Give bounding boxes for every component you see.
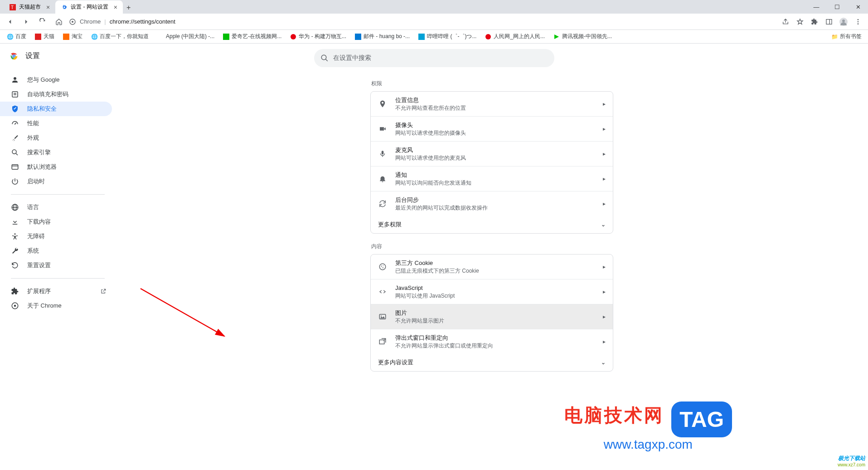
bookmark-item[interactable]: 邮件 - huang bo -... xyxy=(352,32,412,41)
share-icon[interactable] xyxy=(779,15,792,28)
sync-icon xyxy=(378,200,387,208)
sidebar-item-label: 关于 Chrome xyxy=(27,302,62,310)
setting-row-cookies[interactable]: 第三方 Cookie已阻止无痕模式下的第三方 Cookie▸ xyxy=(371,255,613,279)
svg-point-37 xyxy=(14,305,16,307)
sidebar-item-extensions[interactable]: 扩展程序 xyxy=(0,284,112,299)
svg-rect-12 xyxy=(63,34,69,40)
chrome-icon xyxy=(69,18,76,25)
image-icon xyxy=(378,313,387,321)
svg-rect-15 xyxy=(355,34,361,40)
reload-button[interactable] xyxy=(36,15,49,28)
bookmark-item[interactable]: 爱奇艺-在线视频网... xyxy=(220,32,284,41)
bookmark-item[interactable]: 腾讯视频-中国领先... xyxy=(550,32,615,41)
maximize-button[interactable]: ☐ xyxy=(827,0,847,14)
a11y-icon xyxy=(11,232,19,240)
close-icon[interactable]: × xyxy=(114,4,117,11)
tmall-icon: T xyxy=(9,4,16,11)
row-description: 网站可以询问能否向您发送通知 xyxy=(395,179,603,186)
svg-point-9 xyxy=(858,21,859,22)
row-title: 弹出式窗口和重定向 xyxy=(395,334,603,342)
bookmark-item[interactable]: 淘宝 xyxy=(60,32,85,41)
setting-row-notifications[interactable]: 通知网站可以询问能否向您发送通知▸ xyxy=(371,166,613,191)
sidebar-item-default-browser[interactable]: 默认浏览器 xyxy=(0,160,112,174)
sidebar-divider xyxy=(11,194,105,195)
omnibox[interactable]: Chrome | chrome://settings/content xyxy=(69,18,175,25)
sidebar-item-autofill[interactable]: 自动填充和密码 xyxy=(0,87,112,102)
sidebar-item-downloads[interactable]: 下载内容 xyxy=(0,215,112,229)
row-title: 图片 xyxy=(395,309,603,317)
side-panel-icon[interactable] xyxy=(823,15,835,28)
forward-button[interactable] xyxy=(20,15,33,28)
setting-row-popups[interactable]: 弹出式窗口和重定向不允许网站显示弹出式窗口或使用重定向▸ xyxy=(371,329,613,354)
bookmark-item[interactable]: 🌐百度一下，你就知道 xyxy=(88,32,151,41)
sidebar-item-about[interactable]: 关于 Chrome xyxy=(0,299,112,313)
home-button[interactable] xyxy=(53,15,65,28)
speed-icon xyxy=(11,119,19,127)
setting-row-bg-sync[interactable]: 后台同步最近关闭的网站可以完成数据收发操作▸ xyxy=(371,191,613,216)
setting-row-camera[interactable]: 摄像头网站可以请求使用您的摄像头▸ xyxy=(371,117,613,142)
page-title: 设置 xyxy=(25,51,40,61)
minimize-button[interactable]: — xyxy=(806,0,826,14)
tab-settings[interactable]: 设置 - 网站设置 × xyxy=(55,0,123,14)
bookmark-star-icon[interactable] xyxy=(794,15,806,28)
search-icon xyxy=(11,148,19,157)
new-tab-button[interactable]: + xyxy=(123,2,134,14)
chrome-icon xyxy=(11,302,19,310)
close-button[interactable]: ✕ xyxy=(848,0,868,14)
sidebar-item-label: 无障碍 xyxy=(27,232,45,240)
svg-line-23 xyxy=(325,59,328,61)
svg-rect-4 xyxy=(826,19,832,24)
more-content-row[interactable]: 更多内容设置 ⌄ xyxy=(371,354,613,371)
setting-row-mic[interactable]: 麦克风网站可以请求使用您的麦克风▸ xyxy=(371,142,613,166)
sidebar-item-performance[interactable]: 性能 xyxy=(0,116,112,131)
all-bookmarks-button[interactable]: 📁所有书签 xyxy=(828,32,864,41)
sidebar-item-privacy[interactable]: 隐私和安全 xyxy=(0,102,112,116)
setting-row-location[interactable]: 位置信息不允许网站查看您所在的位置▸ xyxy=(371,92,613,117)
pin-icon xyxy=(378,100,387,108)
bookmark-item[interactable]: 天猫 xyxy=(32,32,57,41)
sidebar-item-on-startup[interactable]: 启动时 xyxy=(0,174,112,189)
sidebar-item-language[interactable]: 语言 xyxy=(0,200,112,215)
sidebar-item-label: 默认浏览器 xyxy=(27,163,57,171)
row-title: 通知 xyxy=(395,171,603,179)
sidebar-item-system[interactable]: 系统 xyxy=(0,244,112,258)
sidebar-item-search-engine[interactable]: 搜索引擎 xyxy=(0,145,112,160)
puzzle-icon xyxy=(11,287,19,295)
globe-icon xyxy=(11,203,19,211)
bookmark-item[interactable]: 华为 - 构建万物互... xyxy=(287,32,349,41)
bookmark-item[interactable]: 🌐百度 xyxy=(4,32,29,41)
tab-strip: T 天猫超市 × 设置 - 网站设置 × + xyxy=(0,0,134,14)
sidebar-item-reset[interactable]: 重置设置 xyxy=(0,258,112,273)
svg-text:T: T xyxy=(11,5,14,10)
more-permissions-row[interactable]: 更多权限 ⌄ xyxy=(371,216,613,233)
sidebar-item-you-google[interactable]: 您与 Google xyxy=(0,73,112,87)
window-titlebar: T 天猫超市 × 设置 - 网站设置 × + — ☐ ✕ xyxy=(0,0,868,14)
setting-row-images[interactable]: 图片不允许网站显示图片▸ xyxy=(371,304,613,329)
svg-point-35 xyxy=(15,233,16,235)
sidebar-item-accessibility[interactable]: 无障碍 xyxy=(0,229,112,244)
settings-search[interactable]: 在设置中搜索 xyxy=(314,49,554,67)
close-icon[interactable]: × xyxy=(46,4,50,11)
bookmark-item[interactable]: Apple (中国大陆) -... xyxy=(154,32,217,41)
svg-point-44 xyxy=(381,315,382,316)
chevron-right-icon: ▸ xyxy=(603,313,606,320)
settings-sidebar: 您与 Google自动填充和密码隐私和安全性能外观搜索引擎默认浏览器启动时 语言… xyxy=(0,44,116,470)
extensions-icon[interactable] xyxy=(808,15,821,28)
settings-main[interactable]: 权限 位置信息不允许网站查看您所在的位置▸摄像头网站可以请求使用您的摄像头▸麦克… xyxy=(116,44,868,470)
bookmark-item[interactable]: 人民网_网上的人民... xyxy=(482,32,548,41)
bilibili-icon xyxy=(418,33,425,40)
sidebar-item-label: 性能 xyxy=(27,119,39,127)
menu-icon[interactable] xyxy=(852,15,864,28)
tab-tmall[interactable]: T 天猫超市 × xyxy=(4,0,55,14)
setting-row-javascript[interactable]: JavaScript网站可以使用 JavaScript▸ xyxy=(371,279,613,304)
url-path: chrome://settings/content xyxy=(110,18,175,25)
sidebar-item-appearance[interactable]: 外观 xyxy=(0,131,112,145)
profile-avatar[interactable] xyxy=(837,15,850,28)
tmall-icon xyxy=(34,33,42,40)
back-button[interactable] xyxy=(4,15,16,28)
sidebar-item-label: 自动填充和密码 xyxy=(27,90,68,98)
svg-point-10 xyxy=(858,23,859,24)
row-description: 网站可以请求使用您的摄像头 xyxy=(395,129,603,137)
bookmark-item[interactable]: 哔哩哔哩 (゜-゜)つ... xyxy=(415,32,479,41)
sidebar-item-label: 外观 xyxy=(27,134,39,142)
